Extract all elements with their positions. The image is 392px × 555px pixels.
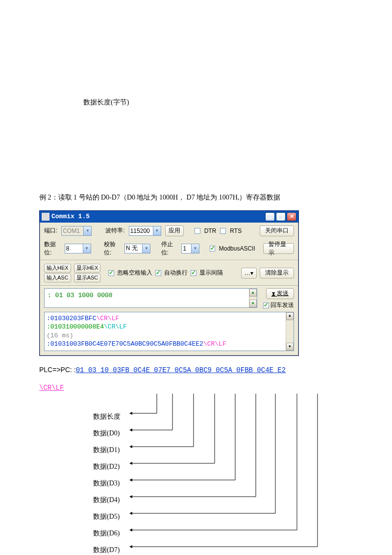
port-label: 端口: xyxy=(44,227,57,235)
chevron-down-icon: ▼ xyxy=(83,244,91,253)
output-area[interactable]: :01030203FBFC\CR\LF :010310000008E4\CR\L… xyxy=(44,312,294,351)
chevron-down-icon: ▼ xyxy=(191,244,199,253)
scroll-down-icon[interactable]: ▼ xyxy=(249,300,257,307)
diagram-label: 数据(D5) xyxy=(93,508,121,525)
modbus-checkbox[interactable] xyxy=(210,246,215,252)
auto-wrap-label: 自动换行 xyxy=(164,269,188,277)
enter-send-checkbox[interactable] xyxy=(263,303,269,308)
window-title: Commix 1.5 xyxy=(51,213,265,220)
plc-response-line: PLC=>PC: :01 03 10 03FB 0C4E 07E7 0C5A 0… xyxy=(39,366,353,374)
apply-button[interactable]: 应用 xyxy=(165,226,184,236)
rts-checkbox[interactable] xyxy=(220,228,226,234)
port-select[interactable]: COM1▼ xyxy=(61,226,92,236)
send-button[interactable]: ⧗ 发送 xyxy=(266,288,294,299)
baud-label: 波特率: xyxy=(105,227,124,235)
pause-display-button[interactable]: 暂停显示 xyxy=(263,243,294,254)
databits-label: 数据位: xyxy=(44,240,61,257)
close-port-button[interactable]: 关闭串口 xyxy=(260,226,294,236)
diagram-label: 数据(D2) xyxy=(93,458,121,475)
commix-window: Commix 1.5 端口: COM1▼ 波特率: 115200▼ 应用 xyxy=(39,210,299,356)
minimize-button[interactable] xyxy=(265,212,275,221)
chevron-down-icon: ▼ xyxy=(142,244,150,253)
more-button[interactable]: …▾ xyxy=(241,268,257,278)
enter-send-label: 回车发送 xyxy=(270,302,294,308)
baud-select[interactable]: 115200▼ xyxy=(129,226,161,236)
titlebar[interactable]: Commix 1.5 xyxy=(40,211,298,223)
parity-label: 校验位: xyxy=(104,240,121,257)
ignore-space-label: 忽略空格输入 xyxy=(117,269,152,277)
modbus-label: ModbusASCII xyxy=(219,245,255,252)
example-description: 例 2：读取 1 号站的 D0-D7（D0 地址为 1000H， D7 地址为 … xyxy=(39,190,353,205)
chevron-down-icon: ▼ xyxy=(83,227,91,235)
diagram-lines xyxy=(20,394,323,555)
scroll-down-icon[interactable]: ▼ xyxy=(286,343,294,351)
command-input[interactable]: : 01 03 1000 0008 ▲ ▼ xyxy=(44,288,257,308)
stopbits-label: 停止位: xyxy=(161,240,178,257)
show-gap-checkbox[interactable] xyxy=(191,270,196,276)
show-hex-button[interactable]: 显示HEX xyxy=(74,264,101,273)
timer-icon: ⧗ xyxy=(271,290,275,297)
plc-data: 01 03 10 03FB 0C4E 07E7 0C5A 0BC9 0C5A 0… xyxy=(76,366,286,374)
ignore-space-checkbox[interactable] xyxy=(108,270,114,276)
dtr-label: DTR xyxy=(204,227,217,234)
stopbits-select[interactable]: 1▼ xyxy=(181,244,199,253)
diagram-label: 数据(D0) xyxy=(93,425,121,442)
diagram-label: 数据(D6) xyxy=(93,525,121,542)
dtr-checkbox[interactable] xyxy=(195,228,200,234)
data-field-diagram: 数据长度 数据(D0) 数据(D1) 数据(D2) 数据(D3) 数据(D4) … xyxy=(20,394,323,555)
input-asc-button[interactable]: 输入ASC xyxy=(44,274,71,282)
auto-wrap-checkbox[interactable] xyxy=(155,270,161,276)
show-asc-button[interactable]: 显示ASC xyxy=(74,274,101,282)
scroll-up-icon[interactable]: ▲ xyxy=(249,289,257,297)
scrollbar[interactable]: ▲ ▼ xyxy=(286,312,294,351)
plc-prefix: PLC=>PC: : xyxy=(39,366,76,374)
plc-crlf: \CR\LF xyxy=(39,384,64,392)
diagram-label: 数据长度 xyxy=(93,408,121,425)
maximize-button[interactable] xyxy=(276,212,286,221)
input-hex-button[interactable]: 输入HEX xyxy=(44,264,71,273)
rts-label: RTS xyxy=(230,227,242,234)
scroll-up-icon[interactable]: ▲ xyxy=(286,312,294,320)
diagram-label: 数据(D7) xyxy=(93,542,121,555)
close-button[interactable] xyxy=(287,212,296,221)
diagram-label: 数据(D3) xyxy=(93,475,121,492)
databits-select[interactable]: 8▼ xyxy=(65,244,91,253)
diagram-label: 数据(D4) xyxy=(93,492,121,508)
scrollbar[interactable]: ▲ ▼ xyxy=(249,289,257,307)
clear-display-button[interactable]: 清除显示 xyxy=(260,268,294,278)
chevron-down-icon: ▼ xyxy=(153,227,161,235)
diagram-label: 数据(D1) xyxy=(93,442,121,458)
parity-select[interactable]: N 无▼ xyxy=(124,244,151,253)
app-icon xyxy=(42,213,49,221)
data-length-label: 数据长度(字节) xyxy=(83,98,353,107)
show-gap-label: 显示间隔 xyxy=(199,269,223,277)
